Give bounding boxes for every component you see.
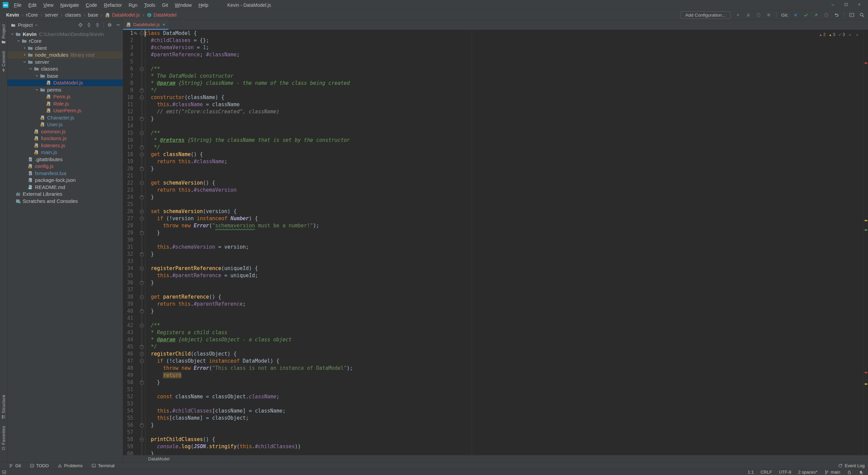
menu-help[interactable]: Help (195, 1, 212, 9)
line-separator[interactable]: CRLF (761, 470, 772, 475)
fold-end-icon[interactable]: ^ (140, 252, 144, 256)
maximize-button-icon[interactable] (844, 3, 849, 7)
tab-datamodel-js[interactable]: JS DataModel.js × (123, 20, 168, 30)
fold-collapse-icon[interactable]: − (140, 32, 144, 35)
tree-item-client[interactable]: client (7, 44, 123, 52)
toolwindow-button-todo[interactable]: TODO (30, 463, 49, 468)
fold-collapse-icon[interactable]: − (140, 153, 144, 156)
fold-end-icon[interactable]: ^ (140, 89, 144, 92)
run-anything-icon[interactable] (849, 12, 854, 18)
menu-refactor[interactable]: Refactor (101, 1, 125, 9)
git-commit-button-icon[interactable] (803, 12, 809, 18)
menu-file[interactable]: File (11, 1, 25, 9)
fold-collapse-icon[interactable]: − (140, 324, 144, 327)
chevron-down-icon[interactable] (34, 74, 40, 78)
tree-item-scratches-and-consoles[interactable]: Scratches and Consoles (7, 197, 123, 205)
menu-git[interactable]: Git (159, 1, 171, 9)
git-branch[interactable]: main (824, 470, 840, 475)
error-stripe-mark[interactable] (865, 229, 867, 231)
stripe-button-project[interactable]: Project (1, 22, 6, 44)
previous-problem-icon[interactable] (848, 33, 852, 37)
tree-item-character-js[interactable]: JSCharacter.js (7, 114, 123, 121)
menu-edit[interactable]: Edit (25, 1, 40, 9)
tree-item-kevin[interactable]: KevinC:\Users\Max\Desktop\Kevin (7, 31, 123, 38)
tree-item-base[interactable]: base (7, 72, 123, 79)
current-element-breadcrumb[interactable]: DataModel (148, 456, 169, 461)
error-stripe-mark[interactable] (865, 220, 867, 221)
fold-collapse-icon[interactable]: − (140, 181, 144, 185)
panel-settings-button-icon[interactable] (107, 22, 112, 27)
git-rollback-button-icon[interactable] (834, 12, 839, 18)
tree-item-common-js[interactable]: JScommon.js (7, 128, 123, 135)
tree-item-node-modules[interactable]: node_moduleslibrary root (7, 52, 123, 59)
error-stripe-mark[interactable] (865, 62, 867, 64)
toolwindow-button-problems[interactable]: Problems (58, 463, 83, 468)
inspections-widget[interactable]: ▲2 ▲3 ✓3 (817, 31, 861, 39)
tab-close-icon[interactable]: × (163, 22, 165, 27)
tool-window-switcher-icon[interactable] (2, 470, 6, 474)
collapse-all-button-icon[interactable] (95, 22, 100, 27)
tree-item-readme-md[interactable]: MDREADME.md (7, 184, 123, 191)
breadcrumb-item[interactable]: base (86, 12, 99, 18)
search-everywhere-icon[interactable] (859, 12, 865, 18)
next-problem-icon[interactable] (855, 33, 859, 37)
fold-end-icon[interactable]: ^ (140, 345, 144, 349)
breadcrumb-item[interactable]: server (43, 12, 59, 18)
fold-end-icon[interactable]: ^ (140, 231, 144, 235)
chevron-down-icon[interactable] (9, 32, 15, 36)
expand-all-button-icon[interactable] (86, 22, 92, 27)
minimize-button-icon[interactable] (831, 3, 835, 7)
error-stripe-scrollbar[interactable] (863, 30, 868, 455)
chevron-down-icon[interactable] (34, 88, 40, 92)
toolwindow-button-git[interactable]: Git (9, 463, 21, 468)
tree-item-listeners-js[interactable]: JSlisteners.js (7, 142, 123, 149)
add-configuration-button[interactable]: Add Configuration... (680, 11, 731, 19)
project-panel-title[interactable]: Project (18, 22, 33, 28)
tree-item-external-libraries[interactable]: External Libraries (7, 191, 123, 198)
fold-collapse-icon[interactable]: − (140, 438, 144, 441)
fold-end-icon[interactable]: ^ (140, 195, 144, 199)
fold-collapse-icon[interactable]: − (140, 67, 144, 71)
fold-collapse-icon[interactable]: − (140, 210, 144, 213)
tree-item-functions-js[interactable]: JSfunctions.js (7, 135, 123, 142)
fold-end-icon[interactable]: ^ (140, 381, 144, 384)
tree-item-main-js[interactable]: JSmain.js (7, 149, 123, 156)
run-button-icon[interactable] (735, 12, 741, 18)
breadcrumb-item[interactable]: rCore (25, 12, 39, 18)
chevron-down-icon[interactable] (22, 60, 27, 64)
git-history-button-icon[interactable] (824, 12, 829, 18)
menu-navigate[interactable]: Navigate (57, 1, 82, 9)
chevron-down-icon[interactable] (34, 23, 38, 27)
tree-item-fxmanifest-lua[interactable]: fxmanifest.lua (7, 170, 123, 177)
error-stripe-mark[interactable] (865, 372, 867, 373)
chevron-down-icon[interactable] (16, 39, 21, 43)
tree-item-server[interactable]: server (7, 58, 123, 65)
tool-window-switcher-icon[interactable] (2, 470, 6, 474)
fold-collapse-icon[interactable]: − (140, 295, 144, 299)
inspections-level-icon[interactable] (859, 470, 863, 475)
chevron-down-icon[interactable] (28, 66, 34, 71)
fold-end-icon[interactable]: ^ (140, 423, 144, 427)
fold-collapse-icon[interactable]: − (140, 217, 144, 221)
fold-end-icon[interactable]: ^ (140, 309, 144, 313)
breadcrumb-file[interactable]: JSDataModel.js (104, 12, 141, 18)
breadcrumb-element[interactable]: cDataModel (145, 12, 178, 18)
stripe-button-favorites[interactable]: Favorites (1, 424, 6, 451)
stop-button-icon[interactable] (766, 12, 771, 18)
menu-window[interactable]: Window (171, 1, 195, 9)
fold-collapse-icon[interactable]: − (140, 352, 144, 356)
lock-icon[interactable] (847, 470, 852, 475)
tree-item-datamodel-js[interactable]: JSDataModel.js (7, 79, 123, 87)
menu-tools[interactable]: Tools (141, 1, 159, 9)
breadcrumb-item[interactable]: Kevin (5, 12, 20, 18)
file-encoding[interactable]: UTF-8 (779, 470, 791, 475)
tree-item-config-js[interactable]: JSconfig.js (7, 163, 123, 170)
tree-item-userperm-js[interactable]: JSUserPerm.js (7, 107, 123, 114)
fold-collapse-icon[interactable]: − (140, 96, 144, 99)
chevron-right-icon[interactable] (22, 46, 27, 50)
fold-collapse-icon[interactable]: − (140, 267, 144, 270)
fold-end-icon[interactable]: ^ (140, 281, 144, 285)
tree-item-role-js[interactable]: JSRole.js (7, 100, 123, 107)
fold-collapse-icon[interactable]: − (140, 131, 144, 135)
run-with-coverage-button-icon[interactable] (756, 12, 761, 18)
